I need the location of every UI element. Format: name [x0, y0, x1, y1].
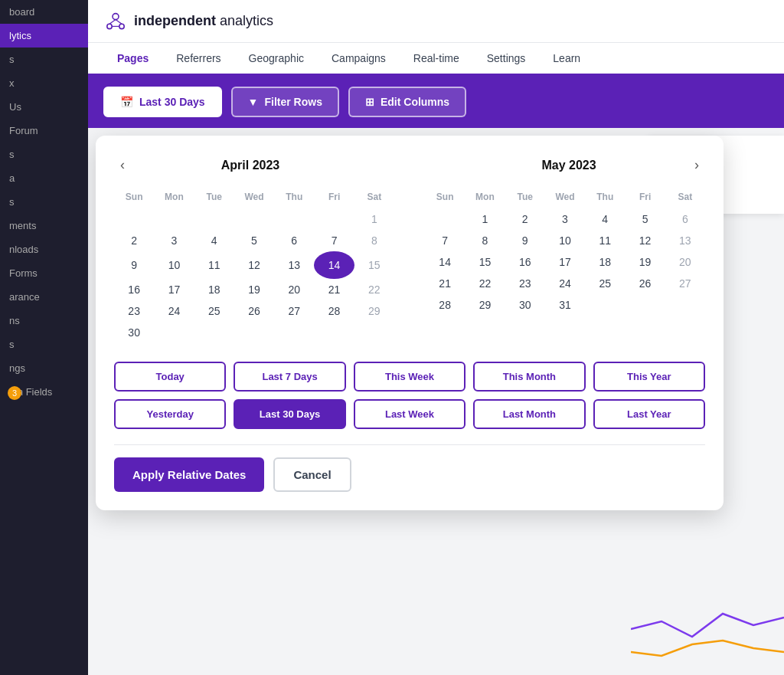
- day-apr-14-selected[interactable]: 14: [314, 251, 354, 279]
- day-apr-24[interactable]: 24: [154, 300, 194, 322]
- sidebar-item-s4[interactable]: s: [0, 333, 88, 356]
- day-may-26[interactable]: 26: [625, 273, 665, 294]
- day-may-20[interactable]: 20: [665, 251, 705, 273]
- day-may-24[interactable]: 24: [545, 273, 585, 294]
- sidebar-item-ngs[interactable]: ngs: [0, 356, 88, 380]
- day-may-3[interactable]: 3: [545, 208, 585, 230]
- day-may-18[interactable]: 18: [585, 251, 625, 273]
- quick-btn-this-year[interactable]: This Year: [593, 362, 705, 392]
- tab-pages[interactable]: Pages: [103, 43, 162, 76]
- day-apr-19[interactable]: 19: [234, 279, 274, 300]
- day-may-4[interactable]: 4: [585, 208, 625, 230]
- day-apr-13[interactable]: 13: [274, 251, 314, 279]
- day-apr-18[interactable]: 18: [194, 279, 234, 300]
- prev-month-button[interactable]: ‹: [114, 154, 131, 176]
- day-apr-11[interactable]: 11: [194, 251, 234, 279]
- sidebar-item-forms[interactable]: Forms: [0, 261, 88, 285]
- day-may-14[interactable]: 14: [425, 251, 465, 273]
- day-apr-27[interactable]: 27: [274, 300, 314, 322]
- day-apr-4[interactable]: 4: [194, 230, 234, 251]
- edit-columns-button[interactable]: ⊞ Edit Columns: [348, 87, 466, 117]
- day-may-2[interactable]: 2: [505, 208, 545, 230]
- day-may-21[interactable]: 21: [425, 273, 465, 294]
- day-may-28[interactable]: 28: [425, 294, 465, 316]
- day-apr-28[interactable]: 28: [314, 300, 354, 322]
- sidebar-item-forum[interactable]: Forum: [0, 119, 88, 143]
- day-apr-10[interactable]: 10: [154, 251, 194, 279]
- tab-realtime[interactable]: Real-time: [400, 43, 473, 76]
- day-apr-30[interactable]: 30: [114, 322, 154, 343]
- day-may-29[interactable]: 29: [465, 294, 505, 316]
- filter-rows-button[interactable]: ▼ Filter Rows: [231, 87, 339, 117]
- day-may-12[interactable]: 12: [625, 230, 665, 251]
- quick-btn-last7days[interactable]: Last 7 Days: [234, 362, 345, 392]
- day-apr-22[interactable]: 22: [354, 279, 394, 300]
- sidebar-item-ns[interactable]: ns: [0, 309, 88, 333]
- apply-relative-dates-button[interactable]: Apply Relative Dates: [114, 457, 264, 492]
- sidebar-item-arance[interactable]: arance: [0, 285, 88, 309]
- day-apr-16[interactable]: 16: [114, 279, 154, 300]
- day-apr-2[interactable]: 2: [114, 230, 154, 251]
- sidebar-item-s3[interactable]: s: [0, 190, 88, 214]
- day-apr-3[interactable]: 3: [154, 230, 194, 251]
- day-apr-21[interactable]: 21: [314, 279, 354, 300]
- sidebar-item-nloads[interactable]: nloads: [0, 238, 88, 261]
- day-may-10[interactable]: 10: [545, 230, 585, 251]
- sidebar-item-board[interactable]: board: [0, 0, 88, 24]
- day-may-16[interactable]: 16: [505, 251, 545, 273]
- day-apr-6[interactable]: 6: [274, 230, 314, 251]
- day-apr-15[interactable]: 15: [354, 251, 394, 279]
- day-may-19[interactable]: 19: [625, 251, 665, 273]
- quick-btn-last30days[interactable]: Last 30 Days: [234, 399, 345, 429]
- day-apr-7[interactable]: 7: [314, 230, 354, 251]
- day-may-25[interactable]: 25: [585, 273, 625, 294]
- day-may-5[interactable]: 5: [625, 208, 665, 230]
- day-apr-23[interactable]: 23: [114, 300, 154, 322]
- quick-btn-yesterday[interactable]: Yesterday: [114, 399, 226, 429]
- sidebar-item-a[interactable]: a: [0, 166, 88, 190]
- day-may-30[interactable]: 30: [505, 294, 545, 316]
- tab-referrers[interactable]: Referrers: [162, 43, 234, 76]
- quick-btn-this-month[interactable]: This Month: [473, 362, 585, 392]
- sidebar-item-analytics[interactable]: lytics: [0, 24, 88, 48]
- day-apr-26[interactable]: 26: [234, 300, 274, 322]
- day-may-27[interactable]: 27: [665, 273, 705, 294]
- tab-campaigns[interactable]: Campaigns: [318, 43, 400, 76]
- sidebar-item-us[interactable]: Us: [0, 95, 88, 119]
- day-apr-12[interactable]: 12: [234, 251, 274, 279]
- day-may-9[interactable]: 9: [505, 230, 545, 251]
- day-may-15[interactable]: 15: [465, 251, 505, 273]
- quick-btn-today[interactable]: Today: [114, 362, 226, 392]
- day-may-23[interactable]: 23: [505, 273, 545, 294]
- next-month-button[interactable]: ›: [688, 154, 705, 176]
- day-apr-29[interactable]: 29: [354, 300, 394, 322]
- day-may-22[interactable]: 22: [465, 273, 505, 294]
- sidebar-item-ments[interactable]: ments: [0, 214, 88, 238]
- sidebar-item-s2[interactable]: s: [0, 143, 88, 166]
- day-may-7[interactable]: 7: [425, 230, 465, 251]
- day-may-31[interactable]: 31: [545, 294, 585, 316]
- day-apr-1[interactable]: 1: [354, 208, 394, 230]
- day-may-11[interactable]: 11: [585, 230, 625, 251]
- day-apr-8[interactable]: 8: [354, 230, 394, 251]
- day-may-6[interactable]: 6: [665, 208, 705, 230]
- cancel-button[interactable]: Cancel: [273, 457, 351, 492]
- day-apr-25[interactable]: 25: [194, 300, 234, 322]
- tab-geographic[interactable]: Geographic: [235, 43, 318, 76]
- day-apr-9[interactable]: 9: [114, 251, 154, 279]
- sidebar-item-x[interactable]: x: [0, 71, 88, 95]
- date-range-button[interactable]: 📅 Last 30 Days: [103, 87, 222, 117]
- day-may-1[interactable]: 1: [465, 208, 505, 230]
- day-apr-5[interactable]: 5: [234, 230, 274, 251]
- sidebar-item-s1[interactable]: s: [0, 48, 88, 71]
- day-may-8[interactable]: 8: [465, 230, 505, 251]
- quick-btn-last-year[interactable]: Last Year: [593, 399, 705, 429]
- tab-learn[interactable]: Learn: [539, 43, 594, 76]
- day-apr-17[interactable]: 17: [154, 279, 194, 300]
- sidebar-item-custom-fields[interactable]: om Fields 3: [0, 380, 88, 404]
- quick-btn-this-week[interactable]: This Week: [354, 362, 466, 392]
- day-may-17[interactable]: 17: [545, 251, 585, 273]
- quick-btn-last-month[interactable]: Last Month: [473, 399, 585, 429]
- quick-btn-last-week[interactable]: Last Week: [354, 399, 466, 429]
- tab-settings[interactable]: Settings: [473, 43, 540, 76]
